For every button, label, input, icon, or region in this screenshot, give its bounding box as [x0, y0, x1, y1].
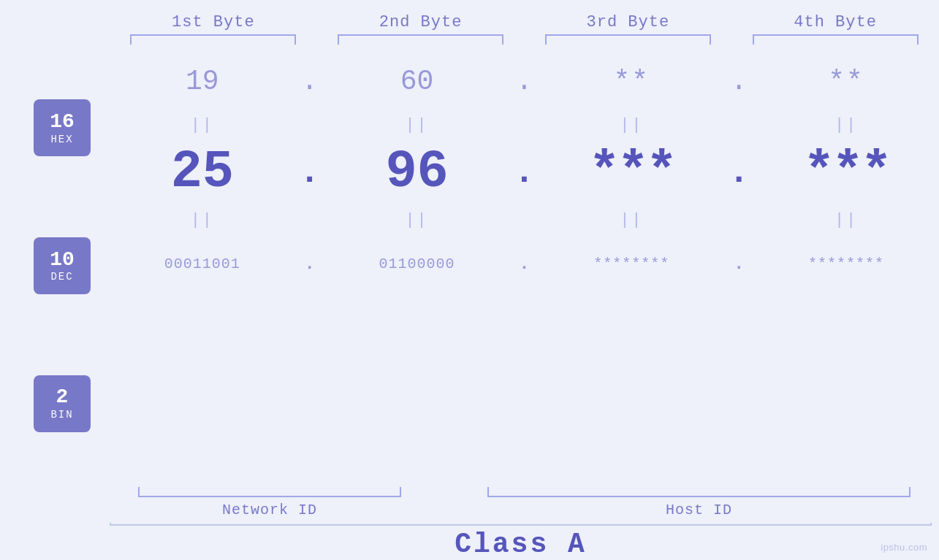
eq1-b3: ||	[539, 116, 725, 134]
data-rows: 19 . 60 . ** . **	[110, 52, 939, 487]
bracket-b2	[317, 34, 525, 45]
hex-dot1: .	[295, 66, 324, 97]
dec-b1-value: 25	[171, 142, 234, 202]
dec-badge-label: DEC	[50, 271, 73, 283]
bin-badge-num: 2	[56, 386, 69, 409]
hex-b4-value: **	[828, 66, 864, 97]
bracket-b4	[731, 34, 939, 45]
dec-badge-num: 10	[50, 249, 75, 272]
bracket-line-b2	[338, 34, 503, 45]
eq2-b2: ||	[324, 211, 510, 229]
host-id-bracket	[487, 487, 910, 497]
bin-b2-cell: 01100000	[324, 256, 510, 272]
badges-column: 16 HEX 10 DEC 2 BIN	[0, 52, 110, 487]
hex-b3-cell: **	[539, 66, 725, 97]
hex-b1-cell: 19	[110, 66, 295, 97]
eq1-b2: ||	[324, 116, 510, 134]
bracket-b3	[525, 34, 732, 45]
equals-row-1: || || || ||	[110, 110, 939, 139]
class-section: Class A	[0, 523, 939, 560]
bracket-line-b4	[753, 34, 919, 45]
hex-row: 19 . 60 . ** . **	[110, 52, 939, 110]
bin-dot3: .	[724, 254, 753, 274]
hex-b3-value: **	[614, 66, 650, 97]
dec-b3-value: ***	[589, 142, 675, 202]
page-wrapper: 1st Byte 2nd Byte 3rd Byte 4th Byte 16 H…	[0, 0, 939, 560]
dec-b4-value: ***	[803, 142, 889, 202]
dec-b2-value: 96	[385, 142, 448, 202]
byte3-header: 3rd Byte	[525, 13, 732, 31]
eq1-b1: ||	[110, 116, 295, 134]
dec-dot1: .	[295, 153, 324, 192]
hex-b4-cell: **	[753, 66, 939, 97]
class-label: Class A	[455, 529, 587, 560]
bin-b3-value: ********	[593, 256, 669, 272]
eq2-b3: ||	[539, 211, 725, 229]
bin-b4-value: ********	[808, 256, 884, 272]
dec-b2-cell: 96	[324, 142, 510, 202]
dec-dot3: .	[724, 153, 753, 192]
bin-row: 00011001 . 01100000 . ******** .	[110, 234, 939, 293]
id-label-row: Network ID Host ID	[0, 487, 939, 518]
byte2-header: 2nd Byte	[317, 13, 525, 31]
bin-b3-cell: ********	[539, 256, 725, 272]
hex-dot2: .	[510, 66, 539, 97]
equals-b1: ||	[191, 116, 214, 134]
dec-row: 25 . 96 . *** . ***	[110, 139, 939, 205]
eq2-b1: ||	[110, 211, 295, 229]
hex-badge-num: 16	[50, 111, 75, 134]
bin-badge-label: BIN	[50, 409, 73, 421]
network-id-label: Network ID	[222, 502, 317, 518]
dec-b3-cell: ***	[539, 142, 725, 202]
hex-badge: 16 HEX	[34, 99, 91, 156]
host-id-label: Host ID	[666, 502, 732, 518]
main-content: 16 HEX 10 DEC 2 BIN 19 .	[0, 52, 939, 487]
network-id-section: Network ID	[110, 487, 430, 518]
bin-b4-cell: ********	[753, 256, 939, 272]
bracket-line-b3	[545, 34, 711, 45]
header-brackets	[0, 34, 939, 45]
hex-dot3: .	[724, 66, 753, 97]
byte4-header: 4th Byte	[731, 13, 939, 31]
bin-dot2: .	[510, 254, 539, 274]
equals-b3: ||	[620, 116, 643, 134]
hex-b2-cell: 60	[324, 66, 510, 97]
byte1-header: 1st Byte	[110, 13, 317, 31]
dec-b1-cell: 25	[110, 142, 295, 202]
equals-b4: ||	[835, 116, 858, 134]
equals-row-2: || || || ||	[110, 205, 939, 234]
bin-badge: 2 BIN	[34, 375, 91, 432]
hex-b2-value: 60	[400, 66, 434, 97]
network-id-bracket	[138, 487, 400, 497]
bin-b2-value: 01100000	[379, 256, 455, 272]
class-bracket	[110, 523, 932, 526]
bin-dot1: .	[295, 254, 324, 274]
equals-b2: ||	[405, 116, 428, 134]
hex-badge-label: HEX	[50, 134, 73, 145]
dec-badge: 10 DEC	[34, 237, 91, 294]
hex-b1-value: 19	[186, 66, 219, 97]
bin-b1-cell: 00011001	[110, 256, 295, 272]
bracket-line-b1	[130, 34, 296, 45]
eq1-b4: ||	[753, 116, 939, 134]
watermark: ipshu.com	[881, 542, 927, 553]
dec-dot2: .	[510, 153, 539, 192]
dec-b4-cell: ***	[753, 142, 939, 202]
eq2-b4: ||	[753, 211, 939, 229]
bracket-b1	[110, 34, 317, 45]
host-id-section: Host ID	[459, 487, 939, 518]
byte-headers: 1st Byte 2nd Byte 3rd Byte 4th Byte	[0, 13, 939, 31]
bin-b1-value: 00011001	[164, 256, 240, 272]
